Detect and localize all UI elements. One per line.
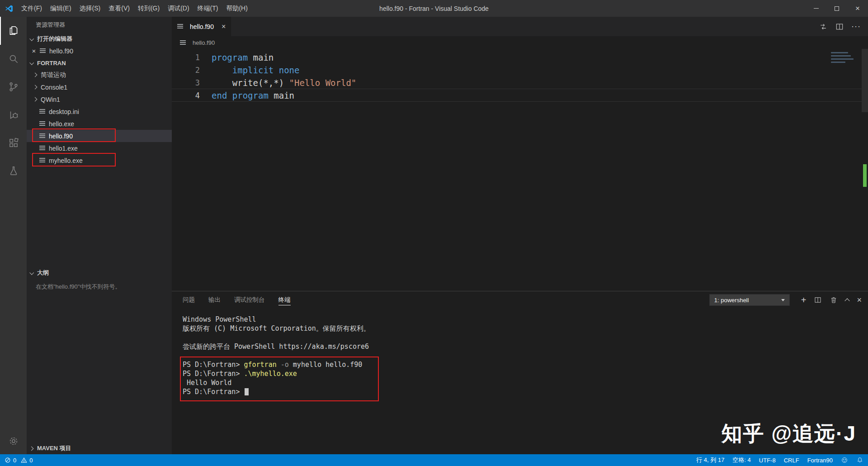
tree-item[interactable]: desktop.ini xyxy=(27,105,172,118)
overview-ruler-marker xyxy=(863,164,867,187)
menu-item[interactable]: 终端(T) xyxy=(193,0,222,17)
code-editor[interactable]: 1program main2 implicit none3 write(*,*)… xyxy=(172,49,868,291)
tree-item[interactable]: hello.exe xyxy=(27,118,172,130)
explorer-icon xyxy=(8,25,19,37)
terminal-selector-value: 1: powershell xyxy=(714,297,749,304)
activity-bar-extensions[interactable] xyxy=(0,129,27,157)
activity-bar-search[interactable] xyxy=(0,45,27,73)
open-editors-label: 打开的编辑器 xyxy=(37,35,72,43)
menu-item[interactable]: 转到(G) xyxy=(134,0,164,17)
breadcrumb-item[interactable]: hello.f90 xyxy=(193,39,215,46)
terminal-output: Windows PowerShell版权所有 (C) Microsoft Cor… xyxy=(183,315,868,396)
activity-bar-explorer[interactable] xyxy=(0,17,27,45)
menubar: 文件(F)编辑(E)选择(S)查看(V)转到(G)调试(D)终端(T)帮助(H) xyxy=(17,0,252,17)
code-line[interactable]: 1program main xyxy=(172,51,868,64)
notifications[interactable] xyxy=(856,454,863,466)
maven-projects-header[interactable]: MAVEN 项目 xyxy=(27,442,172,454)
minimize-icon xyxy=(814,8,819,9)
file-icon xyxy=(39,133,45,138)
open-editors-list: ×hello.f90 xyxy=(27,45,172,57)
terminal-line: PS D:\Fortran> gfortran -o myhello hello… xyxy=(183,360,868,369)
panel-tab[interactable]: 终端 xyxy=(278,291,291,309)
vscode-logo-icon xyxy=(5,4,14,13)
chevron-right-icon xyxy=(29,446,34,451)
tree-item[interactable]: hello1.exe xyxy=(27,142,172,154)
eol-sequence[interactable]: CRLF xyxy=(784,454,799,466)
terminal-line: PS D:\Fortran> xyxy=(183,387,868,396)
indentation[interactable]: 空格: 4 xyxy=(732,454,750,466)
outline-header[interactable]: 大纲 xyxy=(27,267,172,279)
activity-bar-run-debug[interactable] xyxy=(0,101,27,129)
terminal-selector[interactable]: 1: powershell xyxy=(709,294,790,306)
menu-item[interactable]: 查看(V) xyxy=(104,0,134,17)
compare-changes-icon[interactable] xyxy=(819,22,828,31)
test-flask-icon xyxy=(8,165,19,177)
tree-item[interactable]: QWin1 xyxy=(27,93,172,105)
terminal-line: Windows PowerShell xyxy=(183,315,868,324)
split-editor-icon[interactable] xyxy=(835,22,844,31)
tree-item[interactable]: hello.f90 xyxy=(27,130,172,142)
line-number: 3 xyxy=(172,76,212,89)
breadcrumb[interactable]: hello.f90 xyxy=(172,36,868,49)
menu-item[interactable]: 选择(S) xyxy=(75,0,105,17)
panel-tab[interactable]: 调试控制台 xyxy=(234,291,265,309)
new-terminal-icon[interactable]: + xyxy=(801,295,807,304)
cursor-position[interactable]: 行 4, 列 17 xyxy=(696,454,724,466)
language-mode[interactable]: Fortran90 xyxy=(807,454,833,466)
scrollbar-slider[interactable] xyxy=(862,49,868,112)
more-actions-icon[interactable]: ··· xyxy=(851,22,861,31)
panel-tab[interactable]: 输出 xyxy=(208,291,221,309)
fortran-folder-header[interactable]: FORTRAN xyxy=(27,57,172,69)
tab-close-icon[interactable]: × xyxy=(222,23,226,31)
titlebar: 文件(F)编辑(E)选择(S)查看(V)转到(G)调试(D)终端(T)帮助(H)… xyxy=(0,0,868,17)
minimap[interactable] xyxy=(831,52,858,65)
tree-item-label: hello.exe xyxy=(49,120,74,128)
maximize-panel-icon[interactable] xyxy=(845,298,850,303)
open-editor-item[interactable]: ×hello.f90 xyxy=(27,45,172,57)
split-terminal-icon[interactable] xyxy=(814,296,822,304)
tree-item-label: hello1.exe xyxy=(49,145,78,152)
scrollbar[interactable] xyxy=(862,49,868,291)
code-line[interactable]: 4end program main xyxy=(172,89,868,102)
tree-item[interactable]: 简谐运动 xyxy=(27,69,172,81)
encoding[interactable]: UTF-8 xyxy=(759,454,776,466)
menu-item[interactable]: 文件(F) xyxy=(17,0,46,17)
tree-item-label: hello.f90 xyxy=(49,133,73,140)
problems-indicator[interactable]: 0 0 xyxy=(5,454,33,466)
terminal-cursor xyxy=(245,388,249,395)
minimize-button[interactable] xyxy=(806,0,826,17)
error-count: 0 xyxy=(13,457,16,464)
close-icon[interactable]: × xyxy=(30,47,38,55)
code-text: write(*,*) "Hello World" xyxy=(212,76,356,89)
activity-bar-settings[interactable] xyxy=(0,428,27,454)
tree-item[interactable]: myhello.exe xyxy=(27,154,172,166)
activity-bar-source-control[interactable] xyxy=(0,73,27,101)
tree-item-label: desktop.ini xyxy=(49,108,79,115)
menu-item[interactable]: 调试(D) xyxy=(164,0,193,17)
code-line[interactable]: 3 write(*,*) "Hello World" xyxy=(172,76,868,89)
line-number: 1 xyxy=(172,51,212,64)
chevron-down-icon xyxy=(29,270,34,275)
kill-terminal-trash-icon[interactable] xyxy=(830,296,838,304)
activity-bar-test[interactable] xyxy=(0,157,27,185)
close-panel-icon[interactable]: × xyxy=(857,296,862,304)
maximize-button[interactable] xyxy=(826,0,847,17)
chevron-right-icon xyxy=(33,85,38,90)
close-button[interactable]: × xyxy=(847,0,868,17)
file-icon xyxy=(177,24,183,29)
panel-tabs: 问题输出调试控制台终端 xyxy=(183,291,291,309)
editor-actions: ··· xyxy=(819,17,868,36)
tab-hello-f90[interactable]: hello.f90 × xyxy=(172,17,231,36)
file-icon xyxy=(39,121,45,126)
panel-tab[interactable]: 问题 xyxy=(183,291,195,309)
menu-item[interactable]: 帮助(H) xyxy=(222,0,251,17)
menu-item[interactable]: 编辑(E) xyxy=(46,0,75,17)
code-line[interactable]: 2 implicit none xyxy=(172,64,868,76)
open-editors-header[interactable]: 打开的编辑器 xyxy=(27,33,172,45)
tree-item-label: myhello.exe xyxy=(49,157,83,164)
feedback-smiley[interactable] xyxy=(841,454,848,466)
maven-projects-label: MAVEN 项目 xyxy=(37,444,71,452)
vscode-window: 文件(F)编辑(E)选择(S)查看(V)转到(G)调试(D)终端(T)帮助(H)… xyxy=(0,0,868,466)
tree-item[interactable]: Console1 xyxy=(27,81,172,93)
chevron-down-icon xyxy=(29,36,34,41)
